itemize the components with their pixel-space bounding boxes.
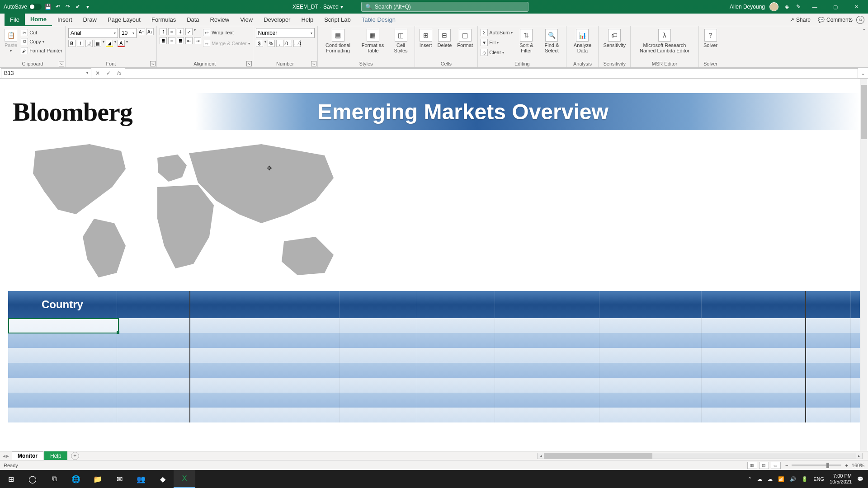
percent-icon[interactable]: % — [268, 40, 275, 47]
table-header-cell[interactable] — [806, 291, 850, 318]
excel-taskbar-icon[interactable]: X — [174, 470, 195, 488]
notifications-icon[interactable]: 💬 — [857, 476, 863, 482]
table-cell[interactable] — [599, 363, 702, 378]
sensitivity-button[interactable]: 🏷Sensitivity — [601, 28, 627, 49]
enter-formula-icon[interactable]: ✓ — [103, 70, 114, 76]
scroll-left-icon[interactable]: ◂ — [538, 453, 544, 459]
table-cell[interactable] — [190, 318, 339, 333]
number-format-combo[interactable]: Number▾ — [256, 28, 315, 38]
collapse-ribbon-icon[interactable]: ⌃ — [862, 28, 866, 34]
conditional-formatting-button[interactable]: ▤Conditional Formatting — [321, 28, 356, 54]
minimize-button[interactable]: — — [807, 0, 823, 14]
dialog-launcher-icon[interactable]: ↘ — [59, 61, 64, 66]
feedback-icon[interactable]: ☺ — [856, 16, 864, 24]
table-cell[interactable] — [495, 348, 599, 363]
sheet-tab-help[interactable]: Help — [44, 451, 67, 460]
zoom-slider[interactable] — [792, 465, 841, 466]
table-cell[interactable] — [117, 408, 190, 422]
table-cell[interactable] — [417, 318, 495, 333]
page-layout-view-icon[interactable]: ▤ — [759, 462, 769, 469]
delete-cells-button[interactable]: ⊟Delete — [436, 28, 454, 49]
table-cell[interactable] — [117, 393, 190, 408]
teams-icon[interactable]: 👥 — [130, 470, 152, 488]
table-cell[interactable] — [806, 348, 850, 363]
autosave-toggle[interactable]: AutoSave — [4, 4, 42, 10]
scrollbar-thumb[interactable] — [861, 85, 867, 139]
table-cell[interactable] — [117, 318, 190, 333]
merge-center-button[interactable]: ⬌Merge & Center▾ — [203, 39, 250, 48]
tab-review[interactable]: Review — [205, 14, 235, 26]
start-button[interactable]: ⊞ — [0, 470, 22, 488]
table-header-cell[interactable] — [340, 291, 417, 318]
table-cell[interactable] — [599, 318, 702, 333]
currency-icon[interactable]: $ — [256, 40, 263, 47]
zoom-out-icon[interactable]: − — [785, 463, 788, 468]
zoom-in-icon[interactable]: + — [845, 463, 848, 468]
dialog-launcher-icon[interactable]: ↘ — [311, 61, 316, 66]
diamond-icon[interactable]: ◈ — [783, 3, 790, 10]
table-cell[interactable] — [8, 348, 117, 363]
tab-data[interactable]: Data — [181, 14, 204, 26]
wrap-text-button[interactable]: ↩Wrap Text — [203, 28, 250, 37]
align-right-icon[interactable]: ≣ — [177, 37, 184, 44]
table-cell[interactable] — [190, 378, 339, 393]
dialog-launcher-icon[interactable]: ↘ — [246, 61, 252, 66]
table-cell[interactable] — [117, 378, 190, 393]
table-cell[interactable] — [495, 408, 599, 422]
qat-icon-1[interactable]: ✔ — [74, 3, 81, 10]
table-cell[interactable] — [806, 408, 850, 422]
font-size-combo[interactable]: 10▾ — [119, 28, 137, 38]
format-as-table-button[interactable]: ▦Format as Table — [358, 28, 388, 54]
table-cell[interactable] — [599, 393, 702, 408]
cut-button[interactable]: ✂Cut — [21, 28, 62, 37]
tab-file[interactable]: File — [5, 14, 25, 26]
comments-button[interactable]: 💬Comments — [814, 17, 856, 23]
slider-thumb[interactable] — [826, 463, 829, 468]
share-button[interactable]: ↗Share — [786, 17, 814, 23]
table-cell[interactable] — [495, 378, 599, 393]
table-cell[interactable] — [495, 363, 599, 378]
sheet-nav-prev-icon[interactable]: ◂ — [3, 453, 5, 459]
task-view-icon[interactable]: ⧉ — [43, 470, 65, 488]
table-cell[interactable] — [117, 363, 190, 378]
app-icon[interactable]: ◆ — [152, 470, 174, 488]
table-cell[interactable] — [495, 393, 599, 408]
align-middle-icon[interactable]: ≡ — [168, 28, 175, 35]
table-header-cell[interactable] — [190, 291, 339, 318]
table-cell[interactable] — [599, 378, 702, 393]
tab-draw[interactable]: Draw — [78, 14, 102, 26]
scrollbar-thumb[interactable] — [544, 453, 652, 459]
undo-icon[interactable]: ↶ — [54, 3, 61, 10]
table-cell[interactable] — [702, 333, 806, 348]
tab-script-lab[interactable]: Script Lab — [319, 14, 356, 26]
fill-color-icon[interactable]: ◢ — [106, 40, 113, 47]
table-cell[interactable] — [8, 393, 117, 408]
table-cell[interactable] — [8, 363, 117, 378]
table-cell[interactable] — [190, 408, 339, 422]
font-name-combo[interactable]: Arial▾ — [68, 28, 118, 38]
format-cells-button[interactable]: ◫Format — [455, 28, 475, 49]
decrease-decimal-icon[interactable]: ←.0 — [293, 40, 301, 47]
name-box[interactable]: B13▾ — [1, 68, 91, 78]
page-break-view-icon[interactable]: ▭ — [771, 462, 781, 469]
increase-font-icon[interactable]: A↑ — [138, 28, 145, 35]
increase-indent-icon[interactable]: ⇥ — [194, 37, 201, 44]
find-select-button[interactable]: 🔍Find & Select — [540, 28, 563, 54]
avatar[interactable] — [769, 2, 778, 11]
ime-icon[interactable]: ENG — [813, 476, 824, 482]
table-cell[interactable] — [702, 348, 806, 363]
mail-icon[interactable]: ✉ — [108, 470, 130, 488]
table-header-cell[interactable] — [495, 291, 599, 318]
sheet-tab-monitor[interactable]: Monitor — [12, 451, 43, 460]
fill-button[interactable]: ▼Fill▾ — [481, 38, 513, 47]
sheet-nav-next-icon[interactable]: ▸ — [6, 453, 9, 459]
align-bottom-icon[interactable]: ⇣ — [177, 28, 184, 35]
table-cell[interactable] — [806, 318, 850, 333]
table-cell[interactable] — [806, 363, 850, 378]
tab-home[interactable]: Home — [25, 14, 52, 26]
normal-view-icon[interactable]: ▦ — [747, 462, 757, 469]
format-painter-button[interactable]: 🖌Format Painter — [21, 46, 62, 55]
table-cell[interactable] — [8, 408, 117, 422]
sort-filter-button[interactable]: ⇅Sort & Filter — [514, 28, 538, 54]
table-header-cell[interactable] — [117, 291, 190, 318]
